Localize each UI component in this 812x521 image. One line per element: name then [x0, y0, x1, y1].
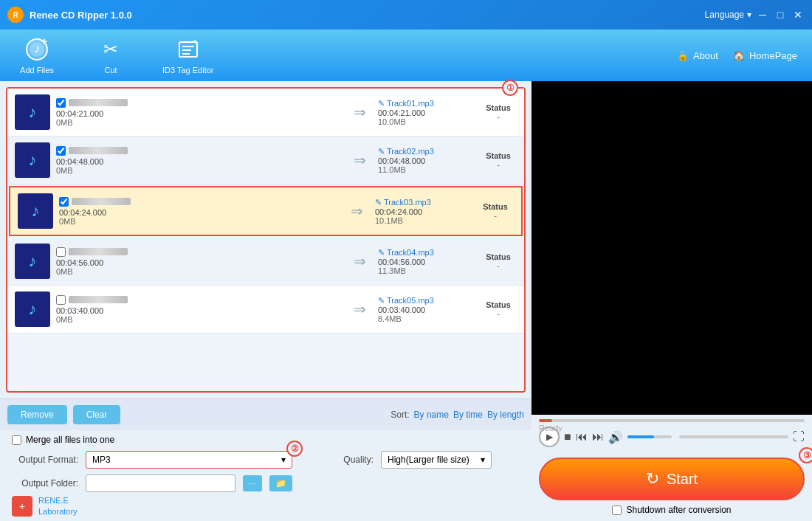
track-name-blur	[69, 248, 128, 255]
track-time: 00:04:24.000	[59, 208, 339, 217]
close-button[interactable]: ✕	[791, 8, 805, 21]
next-button[interactable]: ⏭	[592, 430, 604, 444]
track-output-name: ✎ Track05.mp3	[378, 296, 474, 306]
quality-row: Quality: High(Larger file size) ▾	[307, 451, 492, 469]
convert-arrow-icon: ⇒	[354, 252, 366, 270]
sort-by-time[interactable]: By time	[453, 410, 483, 420]
stop-button[interactable]: ■	[564, 430, 571, 444]
track-output-size: 10.0MB	[378, 117, 474, 126]
track-item[interactable]: ♪ 00:04:24.000 0MB ⇒ ✎ Track03.mp3 00:04…	[9, 186, 523, 236]
homepage-nav-item[interactable]: 🏠 HomePage	[733, 50, 797, 61]
prev-button[interactable]: ⏮	[576, 430, 588, 444]
track-thumbnail: ♪	[15, 142, 50, 178]
home-icon: 🏠	[733, 50, 745, 61]
language-selector[interactable]: Language ▾	[705, 10, 751, 20]
track-item[interactable]: ♪ 00:03:40.000 0MB ⇒ ✎ Track05.mp3 00:03…	[7, 286, 524, 334]
id3-tag-label: ID3 Tag Editor	[162, 66, 214, 75]
titlebar-left: R Renee CD Ripper 1.0.0	[7, 7, 132, 23]
track-info: 00:04:21.000 0MB	[56, 98, 342, 127]
merge-checkbox[interactable]	[12, 435, 21, 445]
player-progress[interactable]	[539, 419, 805, 422]
remove-button[interactable]: Remove	[7, 405, 67, 424]
track-info: 00:04:48.000 0MB	[56, 146, 342, 175]
shutdown-checkbox[interactable]	[612, 506, 622, 515]
logo-text: RENE.E Laboratory	[38, 495, 78, 517]
track-checkbox[interactable]	[56, 247, 66, 257]
add-files-icon: ♪ +	[24, 36, 50, 63]
logo-icon: +	[12, 496, 32, 517]
cut-label: Cut	[104, 66, 117, 75]
id3-icon: ✎	[175, 36, 202, 63]
track-check-row	[56, 295, 342, 305]
track-checkbox[interactable]	[59, 197, 69, 207]
track-time: 00:04:21.000	[56, 109, 342, 118]
quality-select[interactable]: High(Larger file size) ▾	[381, 451, 492, 469]
player-bar: ▶ ■ ⏮ ⏭ 🔊 ⛶	[531, 415, 812, 452]
track-output: ✎ Track01.mp3 00:04:21.000 10.0MB	[378, 99, 474, 126]
cut-button[interactable]: ✂ Cut	[89, 36, 133, 75]
music-note-icon: ♪	[32, 201, 40, 221]
toolbar: ♪ + Add Files ✂ Cut ✎ ID3 Tag Editor 🔒	[0, 30, 812, 81]
track-time: 00:04:56.000	[56, 258, 342, 267]
track-checkbox[interactable]	[56, 295, 66, 305]
track-output-size: 11.0MB	[378, 165, 474, 174]
edit-icon: ✎	[378, 248, 385, 258]
clear-button[interactable]: Clear	[73, 405, 121, 424]
open-folder-button[interactable]: 📁	[269, 475, 292, 491]
track-output-time: 00:04:56.000	[378, 258, 474, 266]
track-checkbox[interactable]	[56, 146, 66, 156]
circle-num-3: ③	[799, 447, 812, 463]
convert-arrow-icon: ⇒	[354, 151, 366, 169]
volume-slider[interactable]	[627, 435, 672, 438]
track-item[interactable]: ♪ 00:04:56.000 0MB ⇒ ✎ Track04.mp3 00:04…	[7, 238, 524, 286]
format-select[interactable]: MP3 ▾	[86, 451, 292, 469]
start-button[interactable]: ↻ Start	[539, 458, 805, 500]
track-item[interactable]: ♪ 00:04:48.000 0MB ⇒ ✎ Track02.mp3 00:04…	[7, 137, 524, 184]
convert-arrow-icon: ⇒	[354, 300, 366, 318]
merge-label: Merge all files into one	[26, 435, 114, 445]
track-status: Status -	[480, 103, 517, 121]
track-output-name: ✎ Track02.mp3	[378, 147, 474, 156]
track-output-name: ✎ Track03.mp3	[375, 198, 471, 207]
sort-label: Sort:	[390, 410, 409, 420]
circle-num-2: ②	[286, 441, 303, 457]
output-path-input[interactable]: F:\	[86, 475, 235, 492]
track-list-panel: ① ♪ 00:04:21.000 0MB ⇒ ✎ Track01.mp3	[6, 87, 526, 393]
format-value: MP3	[92, 455, 111, 465]
track-status-value: -	[480, 309, 517, 318]
logo-line2: Laboratory	[38, 506, 78, 517]
time-slider[interactable]	[679, 435, 788, 438]
left-side: ① ♪ 00:04:21.000 0MB ⇒ ✎ Track01.mp3	[0, 81, 531, 521]
track-list: ♪ 00:04:21.000 0MB ⇒ ✎ Track01.mp3 00:04…	[7, 89, 524, 391]
cut-icon: ✂	[97, 36, 124, 63]
track-item[interactable]: ♪ 00:04:21.000 0MB ⇒ ✎ Track01.mp3 00:04…	[7, 89, 524, 137]
track-status-value: -	[477, 211, 514, 220]
volume-button[interactable]: 🔊	[608, 430, 623, 444]
minimize-button[interactable]: ─	[756, 8, 769, 21]
edit-icon: ✎	[375, 198, 382, 207]
output-folder-label: Output Folder:	[12, 478, 78, 489]
track-output-time: 00:04:24.000	[375, 207, 471, 216]
format-container: ② Output Format: MP3 ▾ Output Folder: F:…	[12, 451, 292, 492]
about-nav-item[interactable]: 🔒 About	[677, 50, 718, 61]
sort-by-name[interactable]: By name	[414, 410, 449, 420]
video-area	[531, 81, 812, 415]
track-output-size: 8.4MB	[378, 314, 474, 323]
logo-row: + RENE.E Laboratory	[12, 495, 520, 517]
track-status-label: Status	[480, 151, 517, 160]
fullscreen-button[interactable]: ⛶	[793, 430, 805, 444]
track-output-name: ✎ Track01.mp3	[378, 99, 474, 108]
track-thumbnail: ♪	[15, 244, 50, 279]
add-files-button[interactable]: ♪ + Add Files	[15, 36, 59, 75]
id3-tag-editor-button[interactable]: ✎ ID3 Tag Editor	[162, 36, 214, 75]
browse-button[interactable]: ···	[243, 475, 262, 491]
maximize-button[interactable]: □	[774, 8, 787, 21]
homepage-label: HomePage	[749, 50, 797, 61]
track-status-label: Status	[480, 252, 517, 261]
sort-by-length[interactable]: By length	[487, 410, 524, 420]
track-output: ✎ Track04.mp3 00:04:56.000 11.3MB	[378, 248, 474, 275]
track-status-label: Status	[480, 300, 517, 309]
track-checkbox[interactable]	[56, 98, 66, 108]
track-output-time: 00:04:21.000	[378, 108, 474, 117]
edit-icon: ✎	[378, 147, 385, 156]
